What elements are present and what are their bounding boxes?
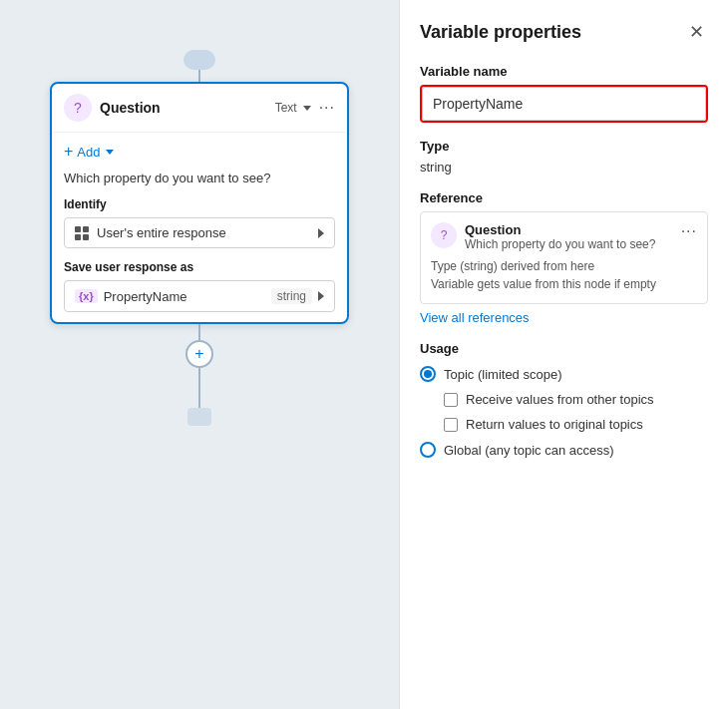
receive-values-checkbox[interactable] <box>444 393 458 407</box>
ref-subtitle: Which property do you want to see? <box>465 237 655 251</box>
card-header-right: Text ··· <box>275 99 335 117</box>
identify-label: Identify <box>64 197 335 211</box>
canvas-inner: ? Question Text ··· + Add Which pro <box>50 50 349 426</box>
panel-header: Variable properties ✕ <box>420 20 708 44</box>
return-values-option[interactable]: Return values to original topics <box>444 417 708 432</box>
connector-top <box>183 50 215 70</box>
ref-meta-line1: Type (string) derived from here <box>431 257 697 275</box>
variable-properties-panel: Variable properties ✕ Variable name Type… <box>399 0 728 709</box>
identify-select[interactable]: User's entire response <box>64 217 335 248</box>
ref-question-icon: ? <box>431 222 457 248</box>
connector-bottom <box>198 324 200 340</box>
close-icon: ✕ <box>689 21 704 43</box>
card-header-left: ? Question <box>64 94 161 122</box>
ref-meta: Type (string) derived from here Variable… <box>431 257 697 293</box>
type-value: string <box>420 160 708 175</box>
card-type-badge[interactable]: Text <box>275 101 311 115</box>
return-values-checkbox[interactable] <box>444 418 458 432</box>
add-button[interactable]: + Add <box>64 143 335 161</box>
usage-topic-option[interactable]: Topic (limited scope) <box>420 366 708 382</box>
var-badge: {x} <box>75 289 98 303</box>
card-header: ? Question Text ··· <box>52 84 347 133</box>
var-type-display: string <box>271 288 312 304</box>
ref-title: Question <box>465 222 655 237</box>
close-button[interactable]: ✕ <box>684 20 708 44</box>
select-arrow-icon <box>318 228 324 238</box>
select-field-left: User's entire response <box>75 225 226 240</box>
variable-row[interactable]: {x} PropertyName string <box>64 280 335 312</box>
usage-label: Usage <box>420 341 708 356</box>
arrow-down-connector <box>187 408 211 426</box>
question-card: ? Question Text ··· + Add Which pro <box>50 82 349 324</box>
type-label: Type <box>420 139 708 154</box>
global-radio-label: Global (any topic can access) <box>444 443 614 458</box>
variable-name-label: Variable name <box>420 64 708 79</box>
plus-icon: + <box>64 143 73 161</box>
ref-menu-button[interactable]: ··· <box>681 222 697 240</box>
topic-radio-icon <box>420 366 436 382</box>
view-all-references-link[interactable]: View all references <box>420 310 708 325</box>
type-chevron-icon <box>303 106 311 111</box>
variable-name-input[interactable] <box>422 87 706 121</box>
panel-title: Variable properties <box>420 22 581 43</box>
card-body: + Add Which property do you want to see?… <box>52 133 347 322</box>
identify-value: User's entire response <box>97 225 226 240</box>
reference-label: Reference <box>420 190 708 205</box>
return-values-label: Return values to original topics <box>466 417 643 432</box>
usage-section: Usage Topic (limited scope) Receive valu… <box>420 341 708 468</box>
connector-bottom-long <box>198 368 200 408</box>
global-radio-icon <box>420 442 436 458</box>
question-icon: ? <box>64 94 92 122</box>
variable-name-input-wrapper <box>420 85 708 123</box>
receive-values-option[interactable]: Receive values from other topics <box>444 392 708 407</box>
usage-global-option[interactable]: Global (any topic can access) <box>420 442 708 458</box>
var-name-display: PropertyName <box>104 289 265 304</box>
var-arrow-icon <box>318 291 324 301</box>
ref-header: ? Question Which property do you want to… <box>431 222 697 251</box>
add-node-button[interactable]: + <box>185 340 213 368</box>
connector-line-top <box>198 70 200 82</box>
topic-radio-label: Topic (limited scope) <box>444 367 562 382</box>
card-menu-button[interactable]: ··· <box>319 99 335 117</box>
ref-info: Question Which property do you want to s… <box>465 222 655 251</box>
card-title: Question <box>100 100 161 116</box>
type-label: Text <box>275 101 297 115</box>
ref-header-left: ? Question Which property do you want to… <box>431 222 655 251</box>
add-label: Add <box>77 145 100 160</box>
grid-icon <box>75 226 89 240</box>
reference-box: ? Question Which property do you want to… <box>420 211 708 304</box>
receive-values-label: Receive values from other topics <box>466 392 654 407</box>
canvas-area: ? Question Text ··· + Add Which pro <box>0 0 399 709</box>
ref-meta-line2: Variable gets value from this node if em… <box>431 275 697 293</box>
save-label: Save user response as <box>64 260 335 274</box>
question-text: Which property do you want to see? <box>64 171 335 185</box>
add-chevron-icon <box>106 150 114 155</box>
